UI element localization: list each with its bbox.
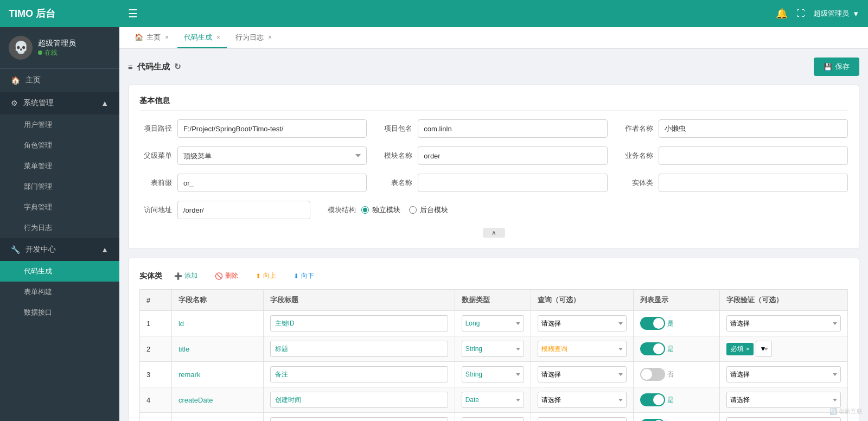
field-name-title[interactable]: title <box>178 345 189 353</box>
system-icon: ⚙ <box>11 99 18 107</box>
select-parent-menu[interactable]: 顶级菜单 <box>177 146 367 165</box>
col-validation: 字段验证（可选） <box>720 290 848 311</box>
label-entity-class: 实体类 <box>621 178 653 188</box>
system-label: 系统管理 <box>23 98 54 108</box>
select-type-createdate[interactable]: Long String Date <box>462 392 525 408</box>
select-validation-title[interactable]: ▼ <box>756 341 772 357</box>
input-field-title-createdate[interactable] <box>270 392 448 408</box>
sidebar-item-data-api[interactable]: 数据接口 <box>0 302 119 323</box>
menu-toggle-icon[interactable]: ☰ <box>128 7 138 20</box>
basic-info-card: 基本信息 项目路径 项目包名 作者名称 父级菜单 <box>128 85 859 249</box>
input-project-path[interactable] <box>177 119 367 138</box>
sidebar-item-home[interactable]: 🏠 主页 <box>0 69 119 92</box>
select-validation-createdate[interactable]: 请选择 必填 <box>726 392 841 408</box>
tab-code-gen[interactable]: 代码生成 × <box>177 28 227 48</box>
select-validation-remark[interactable]: 请选择 必填 <box>726 366 841 382</box>
sidebar-item-menu-mgmt[interactable]: 菜单管理 <box>0 156 119 176</box>
sidebar-group-system[interactable]: ⚙ 系统管理 ▲ <box>0 92 119 114</box>
user-menu[interactable]: 超级管理员 ▼ <box>814 9 859 18</box>
table-row: 3 remark Long String Date <box>140 362 848 387</box>
radio-standalone[interactable]: 独立模块 <box>361 205 400 215</box>
input-entity-class[interactable] <box>659 174 848 192</box>
table-header-row: # 字段名称 字段标题 数据类型 查询（可选） 列表显示 字段验证（可选） <box>140 290 848 311</box>
toggle-list-updatedate: 是 <box>640 419 713 421</box>
select-type-updatedate[interactable]: Long String Date <box>462 417 525 421</box>
input-field-title-id[interactable] <box>270 315 448 331</box>
input-field-title-title[interactable] <box>270 341 448 357</box>
toggle-switch-title[interactable] <box>640 342 665 355</box>
delete-field-button[interactable]: 🚫 删除 <box>209 269 244 283</box>
sidebar-item-dept-mgmt[interactable]: 部门管理 <box>0 176 119 197</box>
input-field-title-updatedate[interactable] <box>270 417 448 421</box>
select-query-title[interactable]: 请选择 精确查询 模糊查询 <box>538 341 626 357</box>
radio-standalone-input[interactable] <box>361 206 369 214</box>
cell-query: 请选择 精确查询 模糊查询 <box>531 362 633 387</box>
save-icon: 💾 <box>824 63 832 71</box>
group-system-left: ⚙ 系统管理 <box>11 98 54 108</box>
select-query-id[interactable]: 请选择 精确查询 模糊查询 <box>538 315 626 331</box>
select-type-remark[interactable]: Long String Date <box>462 366 525 382</box>
add-field-button[interactable]: ➕ 添加 <box>169 269 203 283</box>
select-query-createdate[interactable]: 请选择 精确查询 模糊查询 <box>538 392 626 408</box>
input-module-name[interactable] <box>418 146 607 165</box>
tab-behavior-log[interactable]: 行为日志 × <box>229 28 278 48</box>
input-table-prefix[interactable] <box>177 174 367 192</box>
save-button[interactable]: 💾 保存 <box>814 58 859 76</box>
sidebar-item-form-build[interactable]: 表单构建 <box>0 282 119 302</box>
table-row: 2 title Long String Date <box>140 336 848 362</box>
move-up-button[interactable]: ⬆ 向上 <box>250 269 282 283</box>
move-down-button[interactable]: ⬇ 向下 <box>288 269 320 283</box>
cell-field-name: title <box>171 336 263 362</box>
user-info-text: 超级管理员 在线 <box>38 39 76 58</box>
sidebar-item-user-mgmt[interactable]: 用户管理 <box>0 114 119 135</box>
sidebar-item-behavior-log[interactable]: 行为日志 <box>0 218 119 238</box>
form-group-project-path: 项目路径 <box>139 119 367 138</box>
fullscreen-icon[interactable]: ⛶ <box>796 9 805 18</box>
toggle-switch-createdate[interactable] <box>640 393 665 406</box>
up-label: 向上 <box>263 271 276 280</box>
notification-icon[interactable]: 🔔 <box>776 8 788 20</box>
watermark-text: 创新互联 <box>839 408 863 414</box>
input-author[interactable] <box>659 119 848 138</box>
select-type-id[interactable]: Long String Date Integer <box>462 315 525 331</box>
radio-group-module: 独立模块 后台模块 <box>361 205 448 215</box>
select-query-updatedate[interactable]: 请选择 精确查询 模糊查询 <box>538 417 626 421</box>
toggle-label-remark: 否 <box>667 370 674 379</box>
form-row-2: 父级菜单 顶级菜单 模块名称 业务名称 <box>139 146 848 165</box>
select-validation-updatedate[interactable]: 请选择 必填 <box>726 417 841 421</box>
home-tab-close[interactable]: × <box>165 34 169 41</box>
radio-backend-input[interactable] <box>409 206 417 214</box>
behavior-log-tab-close[interactable]: × <box>268 34 272 41</box>
sidebar-item-dict-mgmt[interactable]: 字典管理 <box>0 197 119 218</box>
badge-close-required[interactable]: × <box>746 346 749 352</box>
radio-backend[interactable]: 后台模块 <box>409 205 448 215</box>
cell-field-name: remark <box>171 362 263 387</box>
badge-label: 必填 <box>731 345 744 354</box>
field-name-remark[interactable]: remark <box>178 371 200 379</box>
toggle-switch-id[interactable] <box>640 317 665 330</box>
toggle-switch-remark[interactable] <box>640 368 665 381</box>
code-gen-tab-close[interactable]: × <box>216 34 220 41</box>
toggle-switch-updatedate[interactable] <box>640 419 665 421</box>
field-name-createdate[interactable]: createDate <box>178 396 213 404</box>
behavior-log-tab-label: 行为日志 <box>235 33 264 42</box>
table-row: 1 id Long String Date Integ <box>140 311 848 336</box>
field-name-id[interactable]: id <box>178 320 184 328</box>
cell-data-type: Long String Date <box>455 387 531 413</box>
refresh-icon[interactable]: ↻ <box>174 62 181 72</box>
input-biz-name[interactable] <box>659 146 848 165</box>
delete-label: 删除 <box>225 271 238 280</box>
input-package-name[interactable] <box>418 119 607 138</box>
input-access-url[interactable] <box>177 201 310 219</box>
input-field-title-remark[interactable] <box>270 366 448 382</box>
collapse-arrow[interactable]: ∧ <box>139 228 848 238</box>
sidebar-item-role-mgmt[interactable]: 角色管理 <box>0 135 119 156</box>
select-query-remark[interactable]: 请选择 精确查询 模糊查询 <box>538 366 626 382</box>
input-table-name[interactable] <box>418 174 607 192</box>
sidebar-item-code-gen[interactable]: 代码生成 <box>0 261 119 282</box>
select-validation-id[interactable]: 请选择 必填 手机号 <box>726 315 841 331</box>
toggle-label-title: 是 <box>667 345 674 354</box>
sidebar-group-devcenter[interactable]: 🔧 开发中心 ▲ <box>0 238 119 261</box>
select-type-title[interactable]: Long String Date <box>462 341 525 357</box>
tab-home[interactable]: 🏠 主页 × <box>128 28 175 48</box>
